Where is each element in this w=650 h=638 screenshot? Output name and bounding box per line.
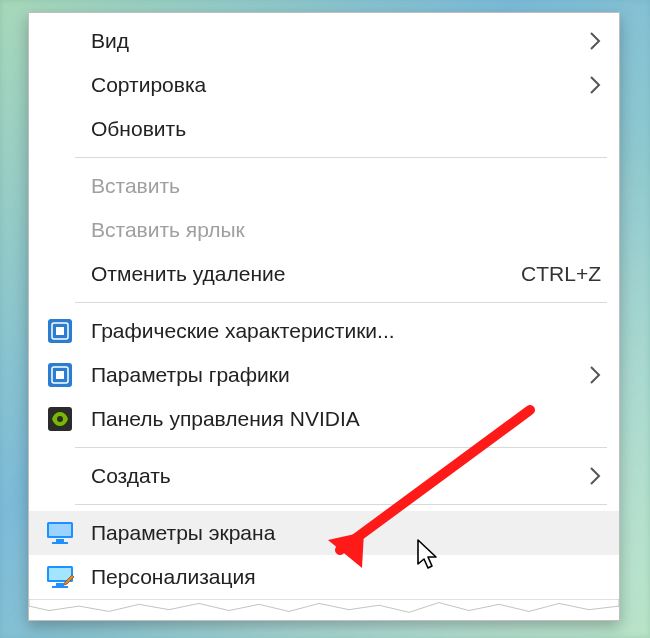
svg-rect-5	[56, 371, 64, 379]
menu-item-label: Сортировка	[91, 73, 571, 97]
svg-rect-9	[49, 524, 71, 536]
menu-shortcut: CTRL+Z	[521, 262, 601, 286]
menu-item-label: Параметры графики	[91, 363, 571, 387]
menu-item-paste-shortcut: Вставить ярлык	[29, 208, 619, 252]
menu-item-sort[interactable]: Сортировка	[29, 63, 619, 107]
personalize-icon	[29, 564, 91, 590]
desktop-context-menu[interactable]: Вид Сортировка Обновить Вставить Вставит…	[28, 12, 620, 621]
svg-rect-13	[49, 568, 71, 580]
menu-item-label: Графические характеристики...	[91, 319, 601, 343]
menu-item-intel-graphics-props[interactable]: Графические характеристики...	[29, 309, 619, 353]
chevron-right-icon	[589, 365, 601, 385]
chevron-right-icon	[589, 466, 601, 486]
menu-item-label: Создать	[91, 464, 571, 488]
separator	[75, 504, 607, 505]
menu-item-label: Персонализация	[91, 565, 601, 589]
menu-item-refresh[interactable]: Обновить	[29, 107, 619, 151]
svg-rect-14	[56, 583, 64, 586]
torn-edge	[29, 599, 619, 615]
menu-item-label: Панель управления NVIDIA	[91, 407, 601, 431]
menu-item-label: Вставить	[91, 174, 601, 198]
display-settings-icon	[29, 520, 91, 546]
svg-point-7	[57, 416, 63, 422]
svg-rect-15	[52, 586, 68, 588]
svg-rect-2	[56, 327, 64, 335]
menu-item-label: Вставить ярлык	[91, 218, 601, 242]
menu-item-display-settings[interactable]: Параметры экрана	[29, 511, 619, 555]
menu-item-view[interactable]: Вид	[29, 19, 619, 63]
menu-item-label: Обновить	[91, 117, 601, 141]
separator	[75, 157, 607, 158]
nvidia-icon	[29, 405, 91, 433]
menu-item-new[interactable]: Создать	[29, 454, 619, 498]
separator	[75, 302, 607, 303]
separator	[75, 447, 607, 448]
svg-rect-10	[56, 539, 64, 542]
menu-item-undo-delete[interactable]: Отменить удаление CTRL+Z	[29, 252, 619, 296]
intel-graphics-icon	[29, 317, 91, 345]
menu-item-label: Параметры экрана	[91, 521, 601, 545]
menu-item-personalize[interactable]: Персонализация	[29, 555, 619, 599]
menu-item-label: Вид	[91, 29, 571, 53]
chevron-right-icon	[589, 31, 601, 51]
svg-rect-11	[52, 542, 68, 544]
menu-item-paste: Вставить	[29, 164, 619, 208]
menu-item-label: Отменить удаление	[91, 262, 501, 286]
intel-graphics-icon	[29, 361, 91, 389]
menu-item-intel-graphics-options[interactable]: Параметры графики	[29, 353, 619, 397]
menu-item-nvidia-control-panel[interactable]: Панель управления NVIDIA	[29, 397, 619, 441]
chevron-right-icon	[589, 75, 601, 95]
